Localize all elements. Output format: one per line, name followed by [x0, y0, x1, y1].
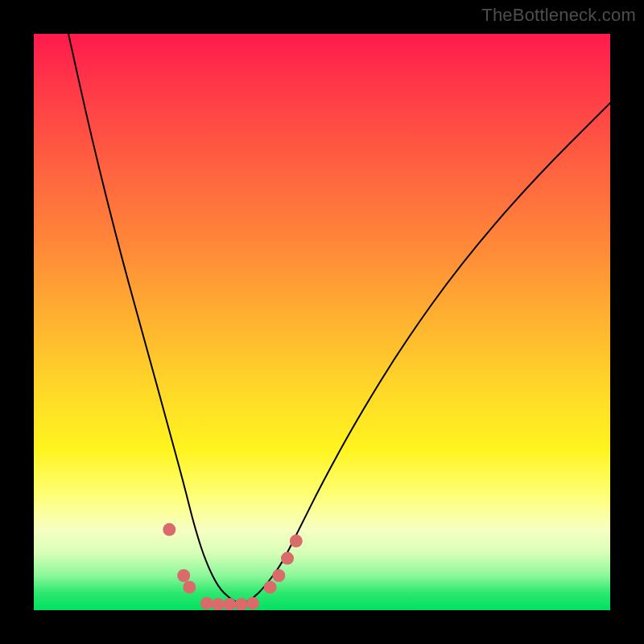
marker-dot	[212, 598, 225, 610]
marker-dot	[290, 535, 303, 547]
marker-dot	[183, 580, 196, 593]
marker-dot	[177, 569, 190, 582]
marker-dot	[272, 569, 285, 582]
curve-markers	[163, 523, 302, 610]
marker-dot	[223, 598, 236, 610]
bottleneck-curve	[68, 34, 610, 603]
marker-dot	[246, 597, 259, 609]
marker-dot	[200, 597, 213, 609]
marker-dot	[281, 552, 294, 565]
plot-area	[34, 34, 610, 610]
marker-dot	[264, 580, 277, 593]
chart-frame: TheBottleneck.com	[0, 0, 644, 644]
marker-dot	[163, 523, 175, 536]
marker-dot	[235, 598, 248, 610]
watermark-text: TheBottleneck.com	[481, 5, 636, 26]
curve-layer	[34, 34, 610, 610]
